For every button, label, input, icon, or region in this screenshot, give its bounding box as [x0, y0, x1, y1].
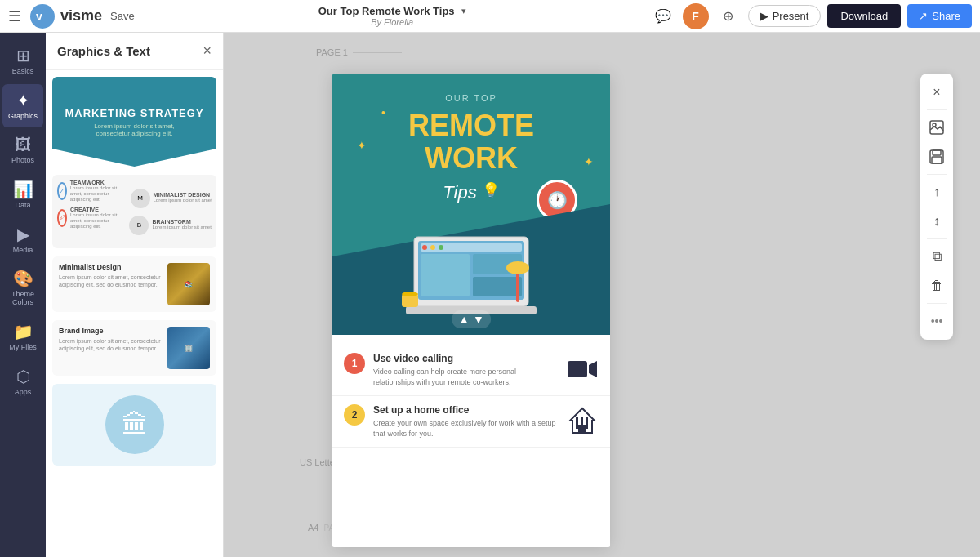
svg-rect-20: [576, 417, 578, 429]
svg-rect-27: [932, 157, 942, 163]
sidebar-item-graphics[interactable]: ✦ Graphics: [2, 84, 43, 127]
panel-header: Graphics & Text ×: [46, 33, 223, 70]
card-heading: MARKETING STRATEGY: [65, 107, 203, 119]
sidebar: ⊞ Basics ✦ Graphics 🖼 Photos 📊 Data ▶ Me…: [0, 33, 46, 557]
template-brand-image[interactable]: Brand Image Lorem ipsum dolor sit amet, …: [52, 320, 216, 376]
scroll-indicator[interactable]: ▲ ▼: [452, 310, 491, 328]
doc-item-1: 1 Use video calling Video calling can he…: [332, 345, 610, 396]
panel-close-button[interactable]: ×: [203, 42, 212, 60]
svg-rect-5: [422, 245, 427, 250]
card-heading-minimalist: Minimalist Design: [59, 263, 161, 271]
svg-rect-26: [933, 150, 941, 155]
svg-rect-16: [568, 361, 587, 377]
doc-title: REMOTE WORK: [408, 109, 534, 174]
share-icon: ↗: [919, 10, 928, 22]
add-image-button[interactable]: [923, 114, 951, 141]
card-photo-books: 📚: [167, 263, 210, 305]
element-toolbar: × ↑ ↕: [920, 74, 953, 340]
page-1-label: PAGE 1: [316, 47, 402, 57]
sparkle-1: ✦: [357, 139, 367, 152]
toolbar-separator-1: [927, 109, 947, 110]
sidebar-item-data[interactable]: 📊 Data: [2, 173, 43, 216]
template-minimalist-design[interactable]: Minimalist Design Lorem ipsum dolor sit …: [52, 256, 216, 312]
item-2-content: Set up a home office Create your own spa…: [373, 404, 558, 439]
toolbar-separator-4: [927, 303, 947, 304]
resize-button[interactable]: ↕: [923, 207, 951, 235]
comment-button[interactable]: 💬: [650, 3, 676, 29]
svg-rect-10: [473, 277, 522, 296]
doc-header: OUR TOP REMOTE WORK Tips 💡 🕐 ✦ ✦ •: [332, 74, 610, 335]
home-office-icon: [566, 404, 599, 437]
topbar: ☰ v visme Save Our Top Remote Work Tips …: [0, 0, 980, 33]
circle-icon-inner: 🏛: [105, 395, 164, 454]
save-element-button[interactable]: [923, 143, 951, 171]
close-panel-button[interactable]: ×: [923, 78, 951, 106]
save-icon: [929, 149, 944, 164]
sidebar-item-my-files[interactable]: 📁 My Files: [2, 315, 43, 359]
project-subtitle: By Fiorella: [371, 17, 413, 27]
svg-rect-7: [439, 245, 443, 250]
panel-content: MARKETING STRATEGY Lorem ipsum dolor sit…: [46, 70, 223, 557]
more-options-button[interactable]: •••: [923, 307, 951, 335]
card-text-minimalist: Lorem ipsum dolor sit amet, consectetur …: [59, 274, 161, 288]
svg-point-13: [506, 261, 529, 274]
download-button[interactable]: Download: [827, 4, 901, 28]
doc-bottom: 1 Use video calling Video calling can he…: [332, 335, 610, 457]
svg-rect-6: [430, 245, 435, 250]
theme-colors-icon: 🎨: [13, 269, 33, 288]
item-number-2: 2: [344, 404, 365, 426]
topbar-left: ☰ v visme Save: [8, 3, 135, 29]
video-camera-icon: [566, 353, 599, 385]
my-files-icon: 📁: [13, 322, 33, 341]
svg-point-15: [402, 292, 418, 296]
sidebar-item-apps[interactable]: ⬡ Apps: [2, 360, 43, 403]
topbar-right: 💬 F ⊕ ▶ Present Download ↗ Share: [650, 3, 972, 29]
item-2-heading: Set up a home office: [373, 404, 558, 416]
graphics-text-panel: Graphics & Text × MARKETING STRATEGY Lor…: [46, 33, 224, 557]
doc-tips-label: Tips: [443, 182, 476, 203]
sidebar-item-media[interactable]: ▶ Media: [2, 218, 43, 261]
down-arrow-icon: ▼: [473, 313, 484, 326]
sparkle-2: ✦: [584, 155, 594, 168]
main-layout: ⊞ Basics ✦ Graphics 🖼 Photos 📊 Data ▶ Me…: [0, 33, 980, 557]
sparkle-3: •: [381, 106, 385, 119]
toolbar-separator-2: [927, 174, 947, 175]
save-button[interactable]: Save: [110, 10, 135, 22]
canvas-inner: PAGE 1 US Letter PAGE 2 A4 PAGE 2 OUR TO…: [234, 33, 969, 557]
duplicate-button[interactable]: ⧉: [923, 243, 951, 270]
item-1-text: Video calling can help create more perso…: [373, 367, 558, 387]
logo-text: visme: [60, 7, 102, 25]
apps-icon: ⬡: [16, 367, 30, 386]
menu-button[interactable]: ☰: [8, 7, 21, 25]
logo-icon: v: [29, 3, 56, 29]
sidebar-item-photos[interactable]: 🖼 Photos: [2, 129, 43, 172]
share-button[interactable]: ↗ Share: [907, 4, 972, 28]
template-circle-icon[interactable]: 🏛: [52, 384, 216, 466]
project-title: Our Top Remote Work Tips: [318, 5, 455, 17]
sidebar-item-basics[interactable]: ⊞ Basics: [2, 39, 43, 82]
svg-point-0: [30, 4, 55, 29]
doc-subtitle: OUR TOP: [445, 93, 497, 103]
present-button[interactable]: ▶ Present: [748, 5, 822, 27]
bank-icon: 🏛: [122, 410, 148, 440]
image-icon: [929, 120, 944, 135]
document-card[interactable]: OUR TOP REMOTE WORK Tips 💡 🕐 ✦ ✦ •: [332, 74, 610, 547]
delete-button[interactable]: 🗑: [923, 272, 951, 300]
topbar-center: Our Top Remote Work Tips ▾ By Fiorella: [318, 5, 466, 27]
canvas-area[interactable]: PAGE 1 US Letter PAGE 2 A4 PAGE 2 OUR TO…: [224, 33, 980, 557]
template-infographic[interactable]: ✓ TEAMWORK Lorem ipsum dolor sit amet, c…: [52, 175, 216, 248]
add-user-button[interactable]: ⊕: [715, 3, 742, 29]
card-text-brand: Lorem ipsum dolor sit amet, consectetur …: [59, 337, 161, 352]
upload-button[interactable]: ↑: [923, 178, 951, 206]
lightbulb-icon: 💡: [482, 181, 500, 199]
user-avatar[interactable]: F: [683, 3, 709, 29]
title-dropdown-icon[interactable]: ▾: [461, 6, 466, 16]
svg-rect-4: [421, 243, 522, 252]
item-2-text: Create your own space exclusively for wo…: [373, 418, 558, 439]
sidebar-item-theme-colors[interactable]: 🎨 Theme Colors: [2, 262, 43, 314]
item-1-content: Use video calling Video calling can help…: [373, 353, 558, 387]
template-marketing-strategy[interactable]: MARKETING STRATEGY Lorem ipsum dolor sit…: [52, 77, 216, 167]
item-1-heading: Use video calling: [373, 353, 558, 364]
media-icon: ▶: [17, 225, 29, 244]
toolbar-separator-3: [927, 238, 947, 239]
